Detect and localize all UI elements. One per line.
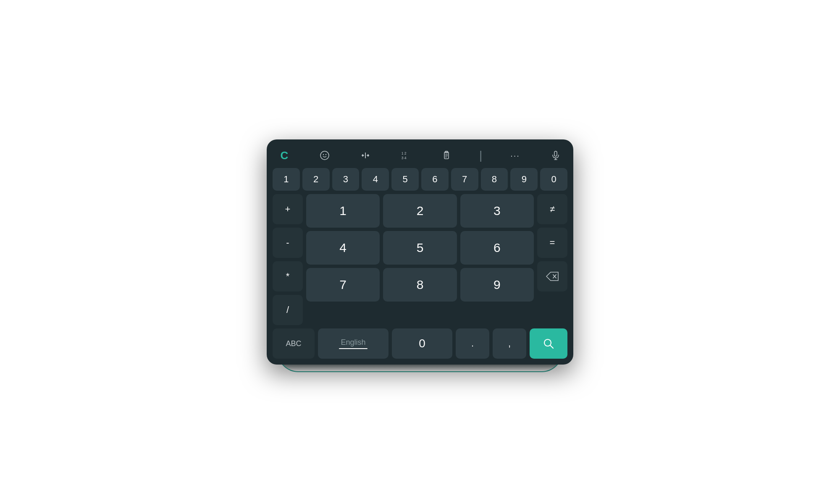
key-1[interactable]: 1	[273, 168, 300, 191]
key-8[interactable]: 8	[481, 168, 508, 191]
key-minus[interactable]: -	[273, 228, 303, 258]
microphone-icon[interactable]	[548, 148, 563, 163]
key-equal[interactable]: =	[537, 228, 567, 258]
keyboard-container: C 1 2 3 4	[267, 139, 573, 365]
number-row: 1 2 3 4 5 6 7 8 9 0	[273, 168, 567, 191]
search-icon	[543, 338, 554, 349]
key-2[interactable]: 2	[302, 168, 330, 191]
english-key[interactable]: English	[318, 328, 388, 359]
brand-icon[interactable]: C	[277, 148, 292, 163]
svg-point-2	[326, 154, 326, 155]
more-options-icon[interactable]: ···	[508, 148, 523, 163]
key-backspace[interactable]	[537, 261, 567, 291]
emoji-svg	[320, 150, 330, 160]
numpad-row-1: 1 2 3	[306, 194, 534, 228]
key-divide[interactable]: /	[273, 295, 303, 325]
key-4[interactable]: 4	[362, 168, 389, 191]
comma-key[interactable]: ,	[493, 328, 526, 359]
english-underline	[339, 348, 367, 349]
key-plus[interactable]: +	[273, 194, 303, 224]
numpad-key-7[interactable]: 7	[306, 268, 380, 302]
svg-point-1	[323, 154, 324, 155]
bottom-row: ABC English 0 . ,	[273, 328, 567, 359]
zero-key[interactable]: 0	[392, 328, 452, 359]
search-key[interactable]	[530, 328, 567, 359]
dot-key[interactable]: .	[456, 328, 489, 359]
numpad-key-3[interactable]: 3	[460, 194, 534, 228]
numpad-key-8[interactable]: 8	[383, 268, 457, 302]
clipboard-svg	[441, 150, 452, 160]
numpad-row-2: 4 5 6	[306, 231, 534, 265]
key-not-equal[interactable]: ≠	[537, 194, 567, 224]
side-operators: + - * /	[273, 194, 303, 325]
numpad-key-1[interactable]: 1	[306, 194, 380, 228]
numpad-key-4[interactable]: 4	[306, 231, 380, 265]
key-5[interactable]: 5	[391, 168, 419, 191]
key-0-top[interactable]: 0	[540, 168, 567, 191]
numpad-key-5[interactable]: 5	[383, 231, 457, 265]
numpad-key-2[interactable]: 2	[383, 194, 457, 228]
key-multiply[interactable]: *	[273, 261, 303, 291]
svg-rect-11	[554, 151, 557, 156]
cursor-svg	[360, 150, 370, 160]
cursor-move-icon[interactable]	[358, 148, 373, 163]
main-area: + - * / 1 2 3 4 5 6	[273, 194, 567, 325]
right-operators: ≠ =	[537, 194, 567, 325]
keyboard-wrapper: C 1 2 3 4	[267, 139, 573, 365]
key-3[interactable]: 3	[332, 168, 360, 191]
svg-line-17	[550, 345, 553, 348]
emoji-icon[interactable]	[317, 148, 332, 163]
mic-svg	[551, 150, 561, 160]
numpad-grid: 1 2 3 4 5 6 7 8 9	[306, 194, 534, 325]
svg-text:1 2: 1 2	[402, 151, 407, 155]
numbers-svg: 1 2 3 4	[401, 150, 411, 160]
key-7[interactable]: 7	[451, 168, 478, 191]
clipboard-icon[interactable]	[439, 148, 454, 163]
svg-text:3 4: 3 4	[402, 156, 407, 160]
key-9[interactable]: 9	[510, 168, 538, 191]
numpad-row-3: 7 8 9	[306, 268, 534, 302]
keys-area: 1 2 3 4 5 6 7 8 9 0 + - * /	[273, 168, 567, 359]
english-label: English	[341, 338, 365, 347]
toolbar-divider: |	[479, 149, 482, 162]
numpad-key-6[interactable]: 6	[460, 231, 534, 265]
numbers-format-icon[interactable]: 1 2 3 4	[398, 148, 413, 163]
backspace-svg	[546, 272, 559, 281]
key-6[interactable]: 6	[421, 168, 449, 191]
svg-point-0	[320, 151, 329, 160]
numpad-key-9[interactable]: 9	[460, 268, 534, 302]
toolbar: C 1 2 3 4	[273, 145, 567, 168]
abc-key[interactable]: ABC	[273, 328, 315, 359]
